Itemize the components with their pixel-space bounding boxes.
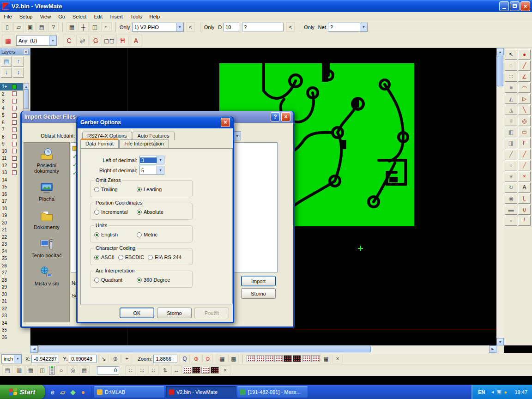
filled-shape-icon[interactable]: ■: [505, 83, 517, 93]
layer-row-26[interactable]: 26: [0, 262, 23, 270]
zoom-in-icon[interactable]: ⊕: [191, 354, 201, 363]
draw-dashed-icon[interactable]: ╱: [518, 160, 531, 170]
dot-grid-icon[interactable]: ∷: [125, 365, 136, 375]
only-dcode-label[interactable]: Only: [204, 24, 215, 30]
radio-eia-rs-244[interactable]: EIA RS-244: [148, 254, 181, 260]
layer-row-29[interactable]: 29: [0, 284, 23, 291]
layer-visibility-swatch[interactable]: [12, 85, 17, 89]
draw-trace-icon[interactable]: ╱: [518, 60, 531, 71]
prev-dcode-button[interactable]: <: [286, 22, 295, 32]
rotate-tool-icon[interactable]: ↻: [505, 182, 517, 193]
left-decimal-combo[interactable]: 3 ▼: [139, 156, 164, 164]
draw-corner-icon[interactable]: Γ: [518, 138, 531, 148]
layer-row-12[interactable]: 12: [0, 162, 23, 169]
draw-polyline-icon[interactable]: ∠: [518, 72, 531, 82]
layer-row-2[interactable]: 2: [0, 91, 23, 98]
select-net-icon[interactable]: ▦: [66, 22, 77, 32]
skew-shape-icon[interactable]: ◮: [505, 105, 517, 115]
radio-absolute[interactable]: Absolute: [137, 209, 179, 215]
close-icon[interactable]: ×: [281, 112, 290, 121]
start-button[interactable]: Start: [0, 385, 45, 399]
radio-circle-icon[interactable]: [118, 255, 123, 260]
layer-swap-icon[interactable]: ↕: [13, 67, 24, 78]
hide-tray-icon[interactable]: ◂: [489, 389, 496, 395]
layers-panel-titlebar[interactable]: Layers ×: [0, 48, 30, 55]
layer-row-34[interactable]: 34: [0, 320, 23, 327]
place-documents[interactable]: Dokumenty: [25, 209, 68, 230]
gerber-dialog-titlebar[interactable]: Gerber Options ×: [78, 116, 233, 128]
place-recent-documents[interactable]: Poslední dokumenty: [25, 147, 68, 174]
star-tool-icon[interactable]: ∗: [505, 171, 517, 181]
measure-diag-icon[interactable]: ╱: [505, 149, 517, 159]
radio-english[interactable]: English: [94, 232, 137, 237]
radio-circle-icon[interactable]: [94, 255, 99, 260]
prev-layer-button[interactable]: <: [187, 22, 195, 32]
radio-metric[interactable]: Metric: [137, 232, 179, 237]
layer-row-3[interactable]: 3: [0, 97, 23, 105]
minimize-button[interactable]: [499, 1, 509, 11]
internet-explorer-icon[interactable]: e: [48, 388, 57, 396]
draw-arc-icon[interactable]: ◠: [518, 83, 531, 93]
traffic-light-icon[interactable]: [49, 366, 54, 375]
radio-circle-icon[interactable]: [137, 278, 142, 283]
menu-help[interactable]: Help: [146, 13, 164, 20]
grid-cells-icon[interactable]: ▦: [79, 365, 90, 375]
pointer-coords-icon[interactable]: ↘: [98, 354, 109, 363]
clear-icon[interactable]: ×: [220, 365, 230, 375]
draw-line2-icon[interactable]: ╲: [518, 105, 531, 115]
scroll-thumb[interactable]: [38, 346, 371, 352]
layer-visibility-swatch[interactable]: [12, 170, 17, 175]
layer-visibility-swatch[interactable]: [12, 142, 17, 146]
measure-distance-icon[interactable]: ┼: [78, 22, 89, 32]
chevron-down-icon[interactable]: ▼: [157, 166, 164, 174]
radio-circle-icon[interactable]: [94, 232, 99, 237]
h-pad-icon[interactable]: Ħ: [116, 35, 129, 47]
menu-select[interactable]: Select: [69, 13, 91, 20]
layer-row-15[interactable]: 15: [0, 183, 23, 191]
menu-edit[interactable]: Edit: [90, 13, 106, 20]
tab-auto-features[interactable]: Auto Features: [133, 132, 175, 140]
layer-row-35[interactable]: 35: [0, 326, 23, 334]
new-file-icon[interactable]: ▯: [2, 22, 12, 32]
dock-tool-icon[interactable]: ▫: [505, 216, 517, 226]
radio-trailing[interactable]: Trailing: [94, 187, 137, 192]
storno-button[interactable]: Storno: [157, 308, 192, 318]
only-net-label[interactable]: Only: [304, 24, 314, 30]
pad-pair-icon[interactable]: ◻◻: [103, 35, 115, 47]
dcode-pattern-3[interactable]: [265, 355, 273, 362]
pad-pattern-1[interactable]: [183, 367, 191, 374]
canvas-vscroll[interactable]: ▲ ▼: [496, 48, 504, 345]
layer-row-31[interactable]: 31: [0, 298, 23, 305]
tab-file-interpretation[interactable]: File Interpretation: [119, 139, 169, 148]
layer-row-4[interactable]: 4: [0, 105, 23, 112]
swap-layers-icon[interactable]: ⇄: [76, 35, 89, 47]
layer-row-16[interactable]: 16: [0, 191, 23, 198]
pad-pattern-4[interactable]: [211, 367, 219, 374]
draw-rect-icon[interactable]: ▭: [518, 127, 531, 137]
layer-visibility-swatch[interactable]: [12, 134, 17, 139]
radio-360-degree[interactable]: 360 Degree: [137, 277, 179, 283]
layer-table-icon[interactable]: ▤: [1, 56, 12, 66]
dual-pane-icon[interactable]: ◫: [90, 22, 100, 32]
scroll-up-icon[interactable]: ▲: [24, 84, 29, 90]
scroll-thumb[interactable]: [24, 90, 29, 109]
layer-visibility-swatch[interactable]: [12, 99, 17, 103]
chevron-down-icon[interactable]: ▼: [14, 355, 21, 363]
zoom-window-icon[interactable]: ◌: [505, 60, 517, 71]
browser-quick-icon[interactable]: ●: [79, 388, 87, 396]
layer-visibility-swatch[interactable]: [12, 120, 17, 125]
radio-circle-icon[interactable]: [94, 278, 99, 283]
dcode-info-input[interactable]: ?: [242, 23, 284, 31]
place-network[interactable]: Místa v síti: [25, 266, 68, 286]
help-icon[interactable]: ?: [271, 112, 280, 121]
layer-row-14[interactable]: 14: [0, 176, 23, 184]
layer-colors-icon[interactable]: ▤: [2, 365, 13, 375]
layer-row-20[interactable]: 20: [0, 219, 23, 227]
text-aperture-icon[interactable]: A: [130, 35, 142, 47]
film-grid-icon[interactable]: ▦: [320, 354, 331, 363]
zoom-select-icon[interactable]: Q: [179, 354, 190, 363]
layer-row-25[interactable]: 25: [0, 255, 23, 262]
chevron-down-icon[interactable]: ▼: [360, 23, 367, 31]
center-tool-icon[interactable]: ◉: [505, 193, 517, 204]
net-combo[interactable]: ?▼: [328, 23, 368, 32]
